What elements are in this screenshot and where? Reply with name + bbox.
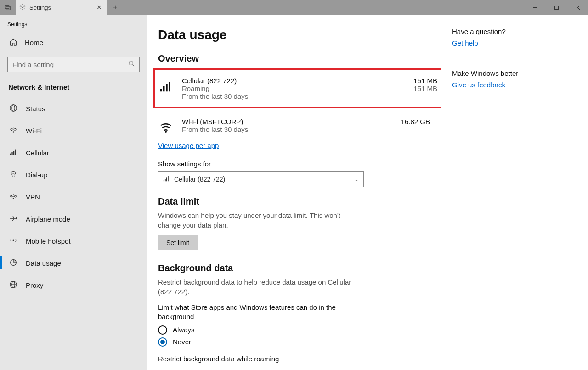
svg-line-8 bbox=[133, 65, 135, 67]
sidebar-item-airplane[interactable]: Airplane mode bbox=[0, 208, 147, 230]
svg-rect-36 bbox=[164, 180, 164, 181]
overview-wifi[interactable]: Wi-Fi (MSFTCORP) From the last 30 days 1… bbox=[158, 114, 430, 139]
sidebar-item-status[interactable]: Status bbox=[0, 97, 147, 120]
sidebar-home[interactable]: Home bbox=[0, 33, 147, 52]
feedback-heading: Make Windows better bbox=[452, 69, 577, 77]
sidebar-item-datausage[interactable]: Data usage bbox=[0, 252, 147, 274]
sidebar: Settings Home Network & Internet Status … bbox=[0, 15, 147, 370]
get-help-link[interactable]: Get help bbox=[452, 39, 478, 47]
overview-heading: Overview bbox=[158, 53, 430, 64]
datausage-icon bbox=[9, 258, 17, 268]
titlebar-left: Settings ✕ + bbox=[0, 0, 123, 15]
bg-radio-never[interactable]: Never bbox=[158, 337, 430, 347]
sidebar-home-label: Home bbox=[25, 39, 43, 46]
wifi-icon bbox=[9, 126, 17, 136]
svg-rect-15 bbox=[13, 151, 14, 155]
background-data-heading: Background data bbox=[158, 263, 430, 273]
bg-limit-label: Limit what Store apps and Windows featur… bbox=[158, 303, 351, 322]
sidebar-section-title: Network & Internet bbox=[0, 78, 147, 97]
status-icon bbox=[9, 104, 17, 114]
wifi-signal-icon bbox=[158, 120, 174, 135]
sidebar-item-cellular[interactable]: Cellular bbox=[0, 142, 147, 164]
bg-roaming-label: Restrict background data while roaming bbox=[158, 355, 430, 363]
svg-point-20 bbox=[15, 195, 17, 197]
cellular-icon bbox=[9, 148, 17, 158]
svg-rect-33 bbox=[166, 84, 168, 91]
content: Data usage Overview Cellular (822 722) R… bbox=[147, 15, 441, 370]
tab-label: Settings bbox=[29, 4, 51, 11]
svg-point-7 bbox=[129, 61, 133, 65]
sidebar-item-wifi[interactable]: Wi-Fi bbox=[0, 120, 147, 142]
proxy-icon bbox=[9, 280, 17, 290]
set-limit-button[interactable]: Set limit bbox=[158, 235, 198, 250]
overview-wifi-sub: From the last 30 days bbox=[182, 125, 380, 133]
search-icon bbox=[128, 60, 135, 68]
feedback-link[interactable]: Give us feedback bbox=[452, 81, 505, 89]
right-panel: Have a question? Get help Make Windows b… bbox=[441, 15, 588, 370]
cellular-highlight: Cellular (822 722) Roaming From the last… bbox=[153, 68, 441, 108]
tab-settings[interactable]: Settings ✕ bbox=[16, 0, 107, 15]
maximize-button[interactable] bbox=[546, 0, 567, 15]
svg-point-23 bbox=[13, 198, 14, 199]
svg-point-19 bbox=[11, 195, 12, 197]
svg-rect-14 bbox=[11, 152, 12, 155]
overview-cellular-sub1: Roaming bbox=[182, 85, 388, 92]
airplane-icon bbox=[9, 214, 17, 224]
cellular-bars-icon bbox=[158, 79, 174, 94]
sidebar-item-label: Airplane mode bbox=[26, 215, 70, 223]
view-usage-per-app-link[interactable]: View usage per app bbox=[158, 142, 219, 149]
svg-point-22 bbox=[13, 194, 14, 194]
svg-rect-4 bbox=[554, 6, 558, 9]
new-tab-button[interactable]: + bbox=[107, 0, 123, 15]
svg-rect-39 bbox=[168, 176, 169, 181]
app-body: Settings Home Network & Internet Status … bbox=[0, 15, 588, 370]
task-view-icon[interactable] bbox=[0, 0, 16, 15]
sidebar-item-dialup[interactable]: Dial-up bbox=[0, 164, 147, 186]
overview-cellular[interactable]: Cellular (822 722) Roaming From the last… bbox=[158, 73, 437, 104]
breadcrumb: Settings bbox=[0, 18, 147, 33]
svg-rect-32 bbox=[163, 86, 165, 91]
radio-label: Always bbox=[173, 326, 195, 334]
main: Data usage Overview Cellular (822 722) R… bbox=[147, 15, 588, 370]
close-window-button[interactable] bbox=[567, 0, 588, 15]
overview-cellular-value2: 151 MB bbox=[396, 85, 437, 92]
svg-point-12 bbox=[13, 131, 14, 133]
data-limit-heading: Data limit bbox=[158, 196, 430, 207]
titlebar: Settings ✕ + bbox=[0, 0, 588, 15]
search-wrap bbox=[0, 52, 147, 78]
overview-wifi-title: Wi-Fi (MSFTCORP) bbox=[182, 118, 380, 125]
dialup-icon bbox=[9, 170, 17, 180]
overview-cellular-title: Cellular (822 722) bbox=[182, 77, 388, 85]
sidebar-item-hotspot[interactable]: Mobile hotspot bbox=[0, 230, 147, 252]
radio-icon bbox=[158, 325, 167, 335]
svg-rect-0 bbox=[5, 6, 9, 9]
sidebar-item-vpn[interactable]: VPN bbox=[0, 186, 147, 208]
bg-radio-always[interactable]: Always bbox=[158, 325, 430, 335]
feedback-block: Make Windows better Give us feedback bbox=[452, 69, 577, 89]
overview-cellular-sub2: From the last 30 days bbox=[182, 92, 388, 100]
svg-rect-31 bbox=[160, 89, 162, 91]
show-settings-label: Show settings for bbox=[158, 160, 430, 168]
sidebar-item-label: VPN bbox=[26, 193, 40, 201]
radio-label: Never bbox=[173, 338, 191, 346]
sidebar-item-label: Mobile hotspot bbox=[26, 237, 71, 245]
svg-rect-37 bbox=[165, 179, 166, 181]
page-title: Data usage bbox=[158, 28, 430, 42]
sidebar-item-proxy[interactable]: Proxy bbox=[0, 274, 147, 296]
sidebar-item-label: Cellular bbox=[26, 149, 49, 157]
show-settings-value: Cellular (822 722) bbox=[174, 176, 225, 183]
help-block: Have a question? Get help bbox=[452, 28, 577, 47]
home-icon bbox=[9, 38, 17, 47]
search-input[interactable] bbox=[7, 57, 140, 72]
gear-icon bbox=[19, 4, 26, 11]
svg-rect-34 bbox=[169, 82, 170, 91]
svg-rect-38 bbox=[166, 177, 167, 181]
sidebar-item-label: Wi-Fi bbox=[26, 127, 42, 135]
close-icon[interactable]: ✕ bbox=[95, 4, 104, 11]
overview-wifi-value: 16.82 GB bbox=[389, 118, 430, 125]
svg-point-24 bbox=[13, 239, 14, 241]
hotspot-icon bbox=[9, 236, 17, 246]
minimize-button[interactable] bbox=[525, 0, 546, 15]
search-field[interactable] bbox=[12, 61, 128, 68]
show-settings-select[interactable]: Cellular (822 722) ⌄ bbox=[158, 171, 364, 187]
